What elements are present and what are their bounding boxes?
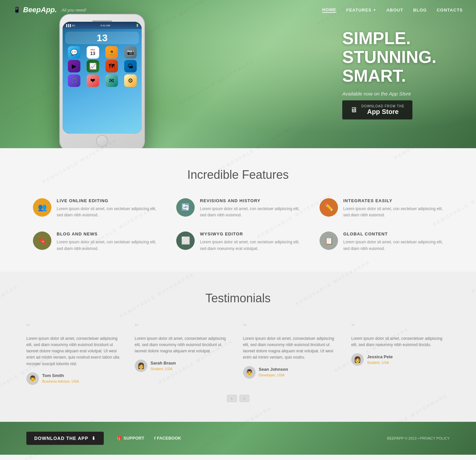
footer-link-support[interactable]: 🎁SUPPORT xyxy=(117,436,144,441)
hero-subtitle: Available now on the App Store xyxy=(342,91,436,96)
author-avatar-2: 👨 xyxy=(243,366,256,379)
feature-icon-4: ⬜ xyxy=(176,231,195,250)
hero-headline-line3: SMART. xyxy=(342,67,436,85)
phone-mockup: ▐▐▐ 3G 9:41 AM 🔋 13 💬 WED 13 🌻 📷 ▶ xyxy=(59,14,145,148)
footer: DOWNLOAD THE APP ⬇ 🎁SUPPORTfFACEBOOK BEE… xyxy=(0,422,476,455)
phone-home-screen: 13 💬 WED 13 🌻 📷 ▶ 📈 🗺 🌤 🎵 xyxy=(63,29,142,134)
phone-icon-messages: 💬 xyxy=(68,46,80,59)
testimonial-author-3: 👩 Jessica Pete Student, USA xyxy=(351,353,450,366)
feature-text-0: Lorem ipsum dolor sit amet, con sectetue… xyxy=(57,206,156,218)
footer-link-icon-1: f xyxy=(154,436,155,441)
phone-icons-grid: 💬 WED 13 🌻 📷 ▶ 📈 🗺 🌤 xyxy=(65,46,139,72)
testimonial-item-3: " Lorem ipsum dolor sit amet, consectetu… xyxy=(351,322,450,385)
feature-icon-3: 🔖 xyxy=(33,231,51,250)
feature-content-2: INTEGRATES EASILY Lorem ipsum dolor sit … xyxy=(343,198,443,218)
testimonial-author-1: 👩 Sarah Braun Student, USA xyxy=(135,360,233,372)
nav-link-about[interactable]: ABOUT xyxy=(386,8,403,13)
nav-link-contacts[interactable]: CONTACTS xyxy=(437,8,463,13)
author-name-2: Sean Johnson xyxy=(259,367,288,372)
testimonial-next-button[interactable]: › xyxy=(239,395,249,402)
brand-name: BeepApp. xyxy=(23,6,57,14)
author-info-1: Sarah Braun Student, USA xyxy=(151,361,176,371)
feature-title-4: WYSIWYG EDITOR xyxy=(200,231,300,236)
quote-mark-3: " xyxy=(351,322,450,332)
hero-content: SIMPLE. STUNNING. SMART. Available now o… xyxy=(342,29,436,120)
author-role-0: Business Advisor, USA xyxy=(42,379,79,383)
footer-links: 🎁SUPPORTfFACEBOOK xyxy=(117,436,181,441)
testimonial-item-1: " Lorem ipsum dolor sit amet, consectetu… xyxy=(135,322,233,385)
feature-item-5: 📋 GLOBAL CONTENT Lorem ipsum dolor sit a… xyxy=(320,231,443,252)
phone-icon-videos: ▶ xyxy=(68,60,80,72)
phone-time: 9:41 AM xyxy=(100,24,110,27)
app-store-button[interactable]: 🖥 DOWNLOAD FROM THE App Store xyxy=(342,100,412,119)
phone-icon-stocks: 📈 xyxy=(87,60,99,72)
testimonial-prev-button[interactable]: ‹ xyxy=(227,395,237,402)
nav-link-home[interactable]: HOME xyxy=(322,7,336,13)
phone-battery: 🔋 xyxy=(136,24,139,27)
author-role-3: Student, USA xyxy=(367,361,389,365)
phone-date-widget: 13 xyxy=(65,32,139,44)
quote-mark-2: " xyxy=(243,322,342,332)
footer-download-button[interactable]: DOWNLOAD THE APP ⬇ xyxy=(26,432,104,445)
phone-signal: ▐▐▐ 3G xyxy=(65,24,75,27)
navigation: 📱 BeepApp. All you need! HOME FEATURES ▼… xyxy=(0,0,476,20)
feature-title-3: BLOG AND NEWS xyxy=(57,231,156,236)
nav-link-features[interactable]: FEATURES ▼ xyxy=(346,8,377,13)
author-role-2: Developer, USA xyxy=(259,373,285,377)
features-grid: 👥 LIVE ONLINE EDITING Lorem ipsum dolor … xyxy=(33,198,443,252)
testimonial-text-2: Lorem ipsum dolor sit amet, consectetuer… xyxy=(243,336,342,361)
feature-text-2: Lorem ipsum dolor sit amet, con sectetue… xyxy=(343,206,443,218)
cta-icon: 🖥 xyxy=(350,105,357,114)
dropdown-arrow-features: ▼ xyxy=(373,8,377,12)
features-title: Incredible Features xyxy=(33,168,443,182)
hero-headline-line2: STUNNING. xyxy=(342,48,436,67)
author-name-1: Sarah Braun xyxy=(151,361,176,365)
phone-screen: ▐▐▐ 3G 9:41 AM 🔋 13 💬 WED 13 🌻 📷 ▶ xyxy=(63,22,142,134)
hero-headline: SIMPLE. STUNNING. SMART. xyxy=(342,29,436,86)
nav-links: HOME FEATURES ▼ ABOUT BLOG CONTACTS xyxy=(322,7,463,13)
feature-title-2: INTEGRATES EASILY xyxy=(343,198,443,203)
feature-item-4: ⬜ WYSIWYG EDITOR Lorem ipsum dolor sit a… xyxy=(176,231,300,252)
nav-link-blog[interactable]: BLOG xyxy=(413,8,427,13)
author-role-1: Student, USA xyxy=(151,367,173,371)
logo: 📱 BeepApp. All you need! xyxy=(13,6,86,14)
phone-icon-maps: 🗺 xyxy=(105,60,118,72)
feature-text-1: Lorem ipsum dolor sit amet, con sectetue… xyxy=(200,206,300,218)
testimonials-grid: " Lorem ipsum dolor sit amet, consectetu… xyxy=(26,322,450,385)
feature-text-4: Lorem ipsum dolor sit amet, con sectetue… xyxy=(200,239,300,252)
footer-link-facebook[interactable]: fFACEBOOK xyxy=(154,436,181,441)
phone-icon-weather: 🌤 xyxy=(124,60,137,72)
testimonials-title: Testimonials xyxy=(26,291,450,305)
feature-item-1: 🔄 REVISIONS AND HISTORY Lorem ipsum dolo… xyxy=(176,198,300,218)
testimonial-text-3: Lorem ipsum dolor sit amet, consectetuer… xyxy=(351,336,450,348)
author-avatar-0: 👨 xyxy=(26,372,39,385)
phone-icon-calendar: WED 13 xyxy=(87,46,99,59)
feature-content-1: REVISIONS AND HISTORY Lorem ipsum dolor … xyxy=(200,198,300,218)
author-info-2: Sean Johnson Developer, USA xyxy=(259,367,288,378)
testimonial-item-2: " Lorem ipsum dolor sit amet, consectetu… xyxy=(243,322,342,385)
phone-icon-extra1: 🎵 xyxy=(68,74,80,87)
download-label: DOWNLOAD THE APP xyxy=(34,436,88,441)
quote-mark-1: " xyxy=(135,322,233,332)
cta-small-text: DOWNLOAD FROM THE xyxy=(361,104,405,108)
phone-date-number: 13 xyxy=(68,33,136,43)
testimonial-item-0: " Lorem ipsum dolor sit amet, consectetu… xyxy=(26,322,125,385)
phone-icon-extra3: ✉ xyxy=(105,74,118,87)
testimonial-text-0: Lorem ipsum dolor sit amet, consectetuer… xyxy=(26,336,125,367)
feature-icon-5: 📋 xyxy=(320,231,338,250)
feature-content-0: LIVE ONLINE EDITING Lorem ipsum dolor si… xyxy=(57,198,156,218)
cta-large-text: App Store xyxy=(361,108,405,115)
feature-content-5: GLOBAL CONTENT Lorem ipsum dolor sit ame… xyxy=(343,231,443,252)
phone-icon-camera: 📷 xyxy=(124,46,137,59)
phone-icon-extra2: ❤ xyxy=(87,74,99,87)
author-avatar-3: 👩 xyxy=(351,353,364,366)
testimonial-navigation: ‹ › xyxy=(26,395,450,402)
cta-text: DOWNLOAD FROM THE App Store xyxy=(361,104,405,115)
phone-home-button xyxy=(96,135,108,147)
feature-icon-2: ✏️ xyxy=(320,198,338,217)
testimonials-section: Testimonials " Lorem ipsum dolor sit ame… xyxy=(0,272,476,422)
testimonial-author-0: 👨 Tom Smith Business Advisor, USA xyxy=(26,372,125,385)
phone-icon-extra4: ⚙ xyxy=(124,74,137,87)
footer-link-icon-0: 🎁 xyxy=(117,436,122,441)
feature-item-2: ✏️ INTEGRATES EASILY Lorem ipsum dolor s… xyxy=(320,198,443,218)
